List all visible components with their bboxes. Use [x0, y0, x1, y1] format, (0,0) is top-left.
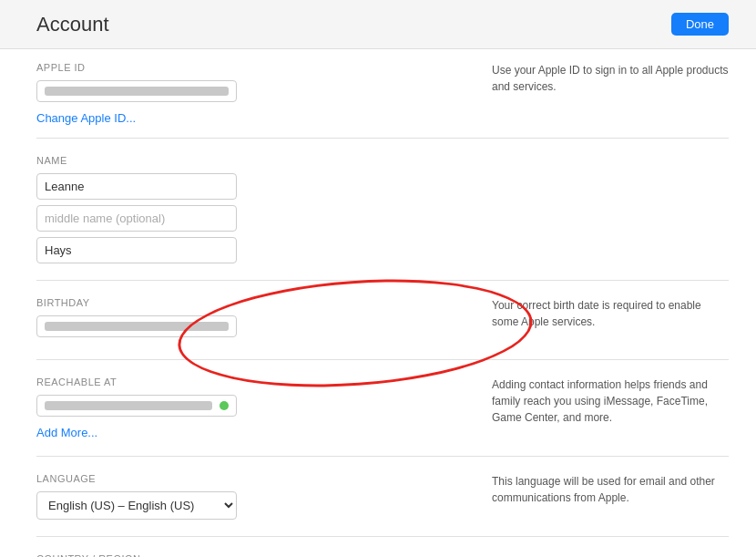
first-name-input[interactable]	[36, 173, 237, 200]
reachable-label: REACHABLE AT	[36, 376, 474, 387]
language-description: This language will be used for email and…	[474, 473, 729, 520]
language-select[interactable]: English (US) – English (US)	[36, 491, 237, 520]
content: APPLE ID Change Apple ID... Use your App…	[0, 49, 756, 557]
birthday-description: Your correct birth date is required to e…	[474, 297, 729, 343]
apple-id-label: APPLE ID	[36, 62, 474, 73]
header: Account Done	[0, 0, 756, 49]
language-label: LANGUAGE	[36, 473, 474, 484]
birthday-blurred	[45, 322, 229, 331]
name-section-left: NAME	[36, 155, 474, 263]
page: Account Done APPLE ID Change Apple ID...…	[0, 0, 756, 557]
birthday-label: BIRTHDAY	[36, 297, 474, 308]
apple-id-left: APPLE ID Change Apple ID...	[36, 62, 474, 125]
name-section-right	[474, 155, 729, 263]
last-name-input[interactable]	[36, 237, 237, 263]
status-dot	[220, 401, 229, 410]
name-section: NAME	[36, 139, 729, 281]
birthday-section-left: BIRTHDAY	[36, 297, 474, 343]
reachable-description: Adding contact information helps friends…	[474, 376, 729, 439]
language-section-left: LANGUAGE English (US) – English (US)	[36, 473, 474, 520]
middle-name-input[interactable]	[36, 205, 237, 232]
country-section-left: COUNTRY / REGION	[36, 553, 474, 557]
add-more-link[interactable]: Add More...	[36, 426, 97, 439]
reachable-section-left: REACHABLE AT Add More...	[36, 376, 474, 439]
country-section: COUNTRY / REGION The country you selecte…	[36, 537, 729, 557]
apple-id-blurred	[45, 87, 229, 96]
page-title: Account	[36, 13, 671, 36]
change-apple-id-link[interactable]: Change Apple ID...	[36, 111, 136, 125]
apple-id-section: APPLE ID Change Apple ID... Use your App…	[36, 49, 729, 139]
birthday-value	[36, 315, 237, 337]
done-button[interactable]: Done	[671, 13, 729, 36]
reachable-value	[36, 395, 237, 417]
country-label: COUNTRY / REGION	[36, 553, 474, 557]
language-section: LANGUAGE English (US) – English (US) Thi…	[36, 457, 729, 537]
apple-id-value	[36, 80, 237, 102]
country-description: The country you selected for your accoun…	[474, 553, 729, 557]
reachable-blurred	[45, 401, 212, 410]
apple-id-description: Use your Apple ID to sign in to all Appl…	[474, 62, 729, 125]
name-label: NAME	[36, 155, 474, 166]
birthday-section: BIRTHDAY Your correct birth date is requ…	[36, 281, 729, 360]
reachable-section: REACHABLE AT Add More... Adding contact …	[36, 360, 729, 457]
